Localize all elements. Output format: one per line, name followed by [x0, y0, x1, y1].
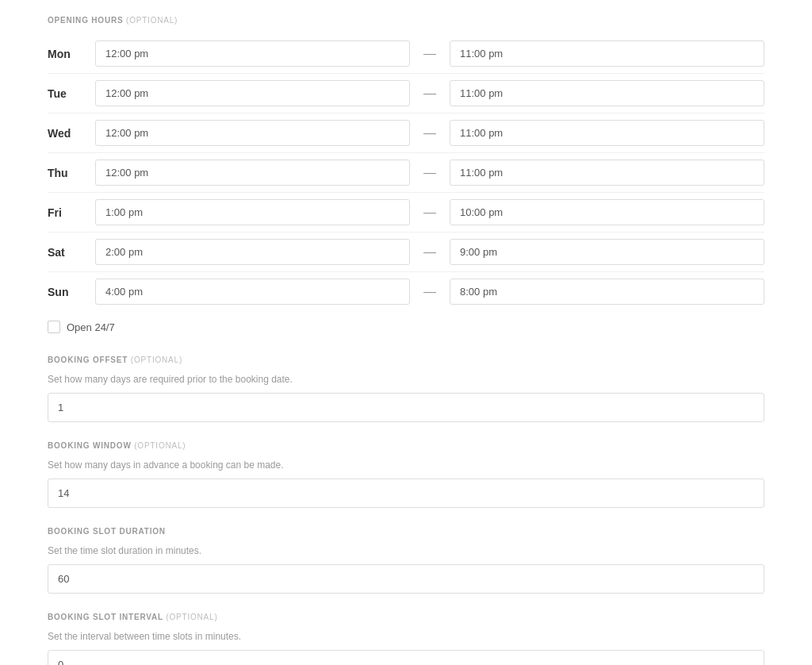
day-label-thu: Thu	[48, 167, 95, 179]
booking-slot-duration-input[interactable]	[48, 564, 764, 594]
day-label-wed: Wed	[48, 127, 95, 140]
open24-label: Open 24/7	[67, 321, 115, 333]
booking-offset-desc: Set how many days are required prior to …	[48, 374, 764, 385]
dash-tue: —	[410, 86, 450, 101]
dash-mon: —	[410, 47, 450, 61]
day-label-sun: Sun	[48, 286, 95, 298]
close-time-tue[interactable]	[450, 80, 764, 106]
open-time-sat[interactable]	[95, 239, 410, 265]
dash-sun: —	[410, 285, 450, 299]
dash-sat: —	[410, 245, 450, 259]
hours-row-fri: Fri —	[48, 193, 764, 233]
day-label-fri: Fri	[48, 206, 95, 219]
booking-window-label: BOOKING WINDOW (OPTIONAL)	[48, 441, 764, 450]
day-label-tue: Tue	[48, 87, 95, 100]
hours-row-thu: Thu —	[48, 153, 764, 193]
open-time-sun[interactable]	[95, 279, 410, 305]
day-label-sat: Sat	[48, 246, 95, 259]
booking-slot-interval-input[interactable]	[48, 650, 764, 665]
hours-row-wed: Wed —	[48, 113, 764, 153]
open24-checkbox[interactable]	[48, 321, 60, 333]
hours-row-sat: Sat —	[48, 233, 764, 272]
hours-row-tue: Tue —	[48, 74, 764, 113]
close-time-sat[interactable]	[450, 239, 764, 265]
dash-wed: —	[410, 126, 450, 140]
opening-hours-label: OPENING HOURS (OPTIONAL)	[48, 16, 764, 25]
close-time-mon[interactable]	[450, 40, 764, 67]
close-time-thu[interactable]	[450, 160, 764, 186]
booking-window-input[interactable]	[48, 479, 764, 508]
open-time-mon[interactable]	[95, 40, 410, 67]
close-time-wed[interactable]	[450, 120, 764, 146]
open-time-tue[interactable]	[95, 80, 410, 106]
dash-fri: —	[410, 206, 450, 220]
close-time-sun[interactable]	[450, 279, 764, 305]
booking-slot-interval-label: BOOKING SLOT INTERVAL (OPTIONAL)	[48, 613, 764, 621]
booking-offset-input[interactable]	[48, 393, 764, 422]
open-time-wed[interactable]	[95, 120, 410, 146]
open-time-fri[interactable]	[95, 199, 410, 225]
close-time-fri[interactable]	[450, 199, 764, 225]
dash-thu: —	[410, 166, 450, 180]
hours-row-mon: Mon —	[48, 34, 764, 74]
booking-window-desc: Set how many days in advance a booking c…	[48, 459, 764, 471]
booking-slot-interval-desc: Set the interval between time slots in m…	[48, 631, 764, 642]
day-label-mon: Mon	[48, 48, 95, 60]
booking-offset-label: BOOKING OFFSET (OPTIONAL)	[48, 356, 764, 364]
booking-slot-duration-label: BOOKING SLOT DURATION	[48, 527, 764, 536]
open-time-thu[interactable]	[95, 160, 410, 186]
hours-row-sun: Sun —	[48, 272, 764, 311]
booking-slot-duration-desc: Set the time slot duration in minutes.	[48, 545, 764, 556]
